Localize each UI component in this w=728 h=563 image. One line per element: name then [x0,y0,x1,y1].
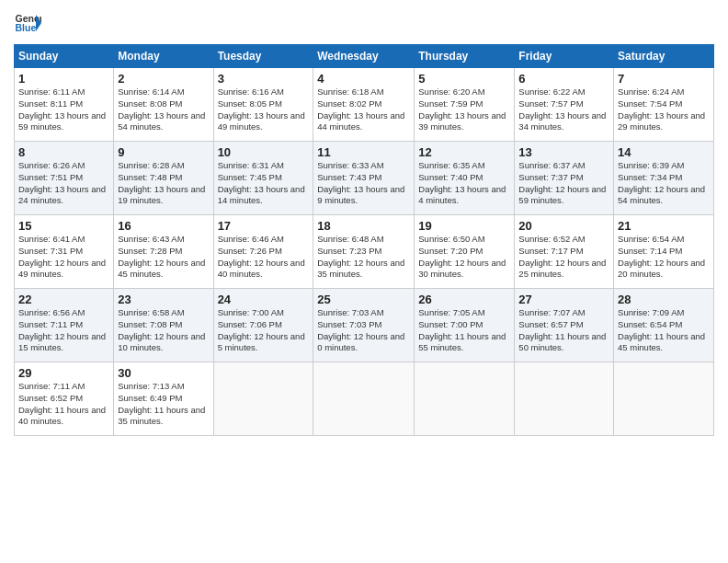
day-info: Sunrise: 6:22 AM Sunset: 7:57 PM Dayligh… [518,86,609,133]
week-row: 15Sunrise: 6:41 AM Sunset: 7:31 PM Dayli… [15,215,714,289]
day-info: Sunrise: 6:50 AM Sunset: 7:20 PM Dayligh… [418,234,510,281]
day-number: 12 [418,145,510,159]
week-row: 8Sunrise: 6:26 AM Sunset: 7:51 PM Daylig… [15,142,714,215]
day-number: 23 [118,293,209,306]
svg-text:Blue: Blue [16,22,37,33]
table-row: 18Sunrise: 6:48 AM Sunset: 7:23 PM Dayli… [313,215,415,289]
day-info: Sunrise: 6:14 AM Sunset: 8:08 PM Dayligh… [118,86,209,133]
table-row: 7Sunrise: 6:24 AM Sunset: 7:54 PM Daylig… [614,68,714,142]
day-number: 27 [518,293,609,306]
day-info: Sunrise: 6:48 AM Sunset: 7:23 PM Dayligh… [317,234,410,281]
day-number: 7 [618,72,710,86]
day-number: 18 [317,219,410,233]
week-row: 29Sunrise: 7:11 AM Sunset: 6:52 PM Dayli… [15,362,714,436]
table-row: 28Sunrise: 7:09 AM Sunset: 6:54 PM Dayli… [614,289,714,362]
header: General Blue [14,9,714,37]
day-header-friday: Friday [515,45,614,68]
table-row [213,362,313,436]
day-number: 11 [317,145,410,159]
table-row: 11Sunrise: 6:33 AM Sunset: 7:43 PM Dayli… [313,142,415,215]
table-row: 20Sunrise: 6:52 AM Sunset: 7:17 PM Dayli… [515,215,614,289]
day-number: 10 [218,145,310,159]
day-number: 25 [317,293,410,306]
day-number: 13 [518,145,609,159]
table-row: 4Sunrise: 6:18 AM Sunset: 8:02 PM Daylig… [313,68,415,142]
day-header-monday: Monday [114,45,213,68]
calendar-container: General Blue SundayMondayTuesdayWednesda… [0,0,728,445]
day-info: Sunrise: 6:18 AM Sunset: 8:02 PM Dayligh… [317,86,410,133]
table-row: 16Sunrise: 6:43 AM Sunset: 7:28 PM Dayli… [114,215,213,289]
table-row: 14Sunrise: 6:39 AM Sunset: 7:34 PM Dayli… [614,142,714,215]
day-info: Sunrise: 6:16 AM Sunset: 8:05 PM Dayligh… [218,86,310,133]
logo-icon: General Blue [14,9,41,37]
day-number: 14 [618,145,710,159]
day-number: 28 [618,293,710,306]
day-info: Sunrise: 6:46 AM Sunset: 7:26 PM Dayligh… [218,234,310,281]
day-number: 17 [218,219,310,233]
week-row: 1Sunrise: 6:11 AM Sunset: 8:11 PM Daylig… [15,68,714,142]
table-row: 5Sunrise: 6:20 AM Sunset: 7:59 PM Daylig… [415,68,515,142]
table-row: 27Sunrise: 7:07 AM Sunset: 6:57 PM Dayli… [515,289,614,362]
table-row: 22Sunrise: 6:56 AM Sunset: 7:11 PM Dayli… [15,289,114,362]
day-number: 2 [118,72,209,86]
day-number: 9 [118,145,209,159]
table-row: 17Sunrise: 6:46 AM Sunset: 7:26 PM Dayli… [213,215,313,289]
calendar-table: SundayMondayTuesdayWednesdayThursdayFrid… [14,44,714,436]
table-row: 15Sunrise: 6:41 AM Sunset: 7:31 PM Dayli… [15,215,114,289]
day-number: 8 [18,145,109,159]
day-info: Sunrise: 6:28 AM Sunset: 7:48 PM Dayligh… [118,160,209,207]
day-info: Sunrise: 6:43 AM Sunset: 7:28 PM Dayligh… [118,234,209,281]
day-number: 22 [18,293,109,306]
day-info: Sunrise: 6:31 AM Sunset: 7:45 PM Dayligh… [218,160,310,207]
day-header-saturday: Saturday [614,45,714,68]
day-info: Sunrise: 6:26 AM Sunset: 7:51 PM Dayligh… [18,160,109,207]
day-info: Sunrise: 7:11 AM Sunset: 6:52 PM Dayligh… [18,381,109,428]
day-info: Sunrise: 7:07 AM Sunset: 6:57 PM Dayligh… [518,307,609,354]
table-row: 21Sunrise: 6:54 AM Sunset: 7:14 PM Dayli… [614,215,714,289]
table-row: 29Sunrise: 7:11 AM Sunset: 6:52 PM Dayli… [15,362,114,436]
day-info: Sunrise: 6:37 AM Sunset: 7:37 PM Dayligh… [518,160,609,207]
table-row: 13Sunrise: 6:37 AM Sunset: 7:37 PM Dayli… [515,142,614,215]
header-row: SundayMondayTuesdayWednesdayThursdayFrid… [15,45,714,68]
table-row: 23Sunrise: 6:58 AM Sunset: 7:08 PM Dayli… [114,289,213,362]
table-row: 25Sunrise: 7:03 AM Sunset: 7:03 PM Dayli… [313,289,415,362]
day-info: Sunrise: 6:24 AM Sunset: 7:54 PM Dayligh… [618,86,710,133]
table-row: 19Sunrise: 6:50 AM Sunset: 7:20 PM Dayli… [415,215,515,289]
table-row: 10Sunrise: 6:31 AM Sunset: 7:45 PM Dayli… [213,142,313,215]
table-row: 8Sunrise: 6:26 AM Sunset: 7:51 PM Daylig… [15,142,114,215]
calendar-header: SundayMondayTuesdayWednesdayThursdayFrid… [15,45,714,68]
day-number: 26 [418,293,510,306]
day-number: 6 [518,72,609,86]
table-row: 2Sunrise: 6:14 AM Sunset: 8:08 PM Daylig… [114,68,213,142]
day-header-thursday: Thursday [415,45,515,68]
day-number: 20 [518,219,609,233]
day-number: 4 [317,72,410,86]
day-info: Sunrise: 6:35 AM Sunset: 7:40 PM Dayligh… [418,160,510,207]
day-number: 19 [418,219,510,233]
day-info: Sunrise: 6:52 AM Sunset: 7:17 PM Dayligh… [518,234,609,281]
day-header-tuesday: Tuesday [213,45,313,68]
day-info: Sunrise: 6:56 AM Sunset: 7:11 PM Dayligh… [18,307,109,354]
day-number: 3 [218,72,310,86]
day-number: 15 [18,219,109,233]
day-info: Sunrise: 6:20 AM Sunset: 7:59 PM Dayligh… [418,86,510,133]
table-row: 1Sunrise: 6:11 AM Sunset: 8:11 PM Daylig… [15,68,114,142]
table-row [415,362,515,436]
day-info: Sunrise: 6:41 AM Sunset: 7:31 PM Dayligh… [18,234,109,281]
day-header-wednesday: Wednesday [313,45,415,68]
day-info: Sunrise: 7:09 AM Sunset: 6:54 PM Dayligh… [618,307,710,354]
day-info: Sunrise: 6:33 AM Sunset: 7:43 PM Dayligh… [317,160,410,207]
day-info: Sunrise: 7:13 AM Sunset: 6:49 PM Dayligh… [118,381,209,428]
day-info: Sunrise: 6:54 AM Sunset: 7:14 PM Dayligh… [618,234,710,281]
table-row [614,362,714,436]
day-number: 1 [18,72,109,86]
day-number: 29 [18,366,109,380]
logo: General Blue [14,9,41,37]
day-number: 16 [118,219,209,233]
table-row: 6Sunrise: 6:22 AM Sunset: 7:57 PM Daylig… [515,68,614,142]
calendar-body: 1Sunrise: 6:11 AM Sunset: 8:11 PM Daylig… [15,68,714,436]
table-row [313,362,415,436]
day-number: 21 [618,219,710,233]
day-number: 30 [118,366,209,380]
table-row: 26Sunrise: 7:05 AM Sunset: 7:00 PM Dayli… [415,289,515,362]
